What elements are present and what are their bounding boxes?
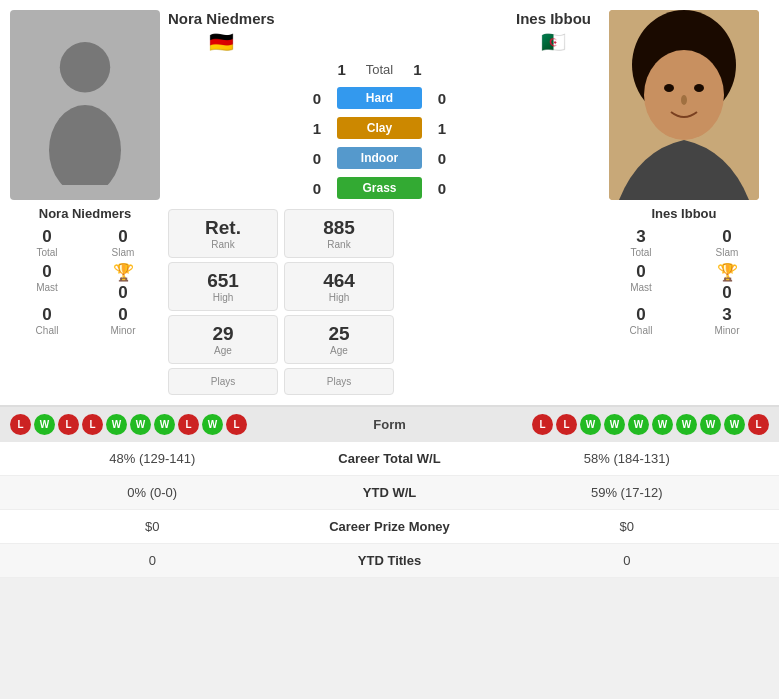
stats-rows: 48% (129-141)Career Total W/L58% (184-13… bbox=[0, 442, 779, 578]
left-form-badge: L bbox=[178, 414, 199, 435]
left-player-photo bbox=[10, 10, 160, 200]
data-row-center: YTD Titles bbox=[290, 553, 490, 568]
left-player-face bbox=[10, 10, 160, 200]
left-flag: 🇩🇪 bbox=[209, 30, 234, 54]
left-trophy-icon: 🏆 bbox=[113, 262, 134, 283]
left-player-silhouette bbox=[40, 25, 130, 185]
right-main-trophy: 🏆 0 bbox=[685, 262, 769, 303]
right-total-value: 3 bbox=[636, 227, 645, 247]
left-mast-label: Mast bbox=[36, 282, 58, 293]
left-player-name: Nora Niedmers bbox=[10, 206, 160, 221]
data-row-left: 0 bbox=[15, 553, 290, 568]
left-slam-value: 0 bbox=[118, 227, 127, 247]
indoor-left-score: 0 bbox=[307, 150, 327, 167]
right-age-value: 25 bbox=[297, 323, 381, 345]
right-form-badge: W bbox=[628, 414, 649, 435]
right-form-badge: W bbox=[652, 414, 673, 435]
hard-left-score: 0 bbox=[307, 90, 327, 107]
main-container: Nora Niedmers 0 Total 0 Slam 0 Mast 🏆 0 bbox=[0, 0, 779, 578]
left-player-name-center: Nora Niedmers bbox=[168, 10, 275, 27]
clay-right-score: 1 bbox=[432, 120, 452, 137]
right-form-badge: W bbox=[604, 414, 625, 435]
total-right-score: 1 bbox=[413, 61, 421, 78]
right-age-label: Age bbox=[297, 345, 381, 356]
right-total-stat: 3 Total bbox=[599, 227, 683, 258]
right-player-face bbox=[609, 10, 759, 200]
right-minor-value: 3 bbox=[722, 305, 731, 325]
form-row: LWLLWWWLWL Form LLWWWWWWWL bbox=[0, 407, 779, 442]
data-row: $0Career Prize Money$0 bbox=[0, 510, 779, 544]
left-minor-label: Minor bbox=[110, 325, 135, 336]
right-flag: 🇩🇿 bbox=[541, 30, 566, 54]
indoor-row: 0 Indoor 0 bbox=[307, 147, 452, 169]
left-mast-value: 0 bbox=[42, 262, 51, 282]
data-row-left: 0% (0-0) bbox=[15, 485, 290, 500]
left-name-flag: Nora Niedmers 🇩🇪 bbox=[168, 10, 275, 54]
total-left-score: 1 bbox=[337, 61, 345, 78]
left-minor-stat: 0 Minor bbox=[86, 305, 160, 336]
right-player-name: Ines Ibbou bbox=[599, 206, 769, 221]
data-row: 48% (129-141)Career Total W/L58% (184-13… bbox=[0, 442, 779, 476]
left-form-badge: W bbox=[202, 414, 223, 435]
right-inner-stats: 885 Rank 464 High 25 Age Plays bbox=[284, 209, 394, 395]
right-player-stats: 3 Total 0 Slam 0 Mast 🏆 0 bbox=[599, 227, 769, 303]
right-form-badge: W bbox=[724, 414, 745, 435]
player-comparison: Nora Niedmers 0 Total 0 Slam 0 Mast 🏆 0 bbox=[0, 0, 779, 405]
svg-point-6 bbox=[694, 84, 704, 92]
right-form-badge: W bbox=[700, 414, 721, 435]
left-form-badge: L bbox=[10, 414, 31, 435]
data-row-right: 0 bbox=[490, 553, 765, 568]
grass-row: 0 Grass 0 bbox=[307, 177, 452, 199]
left-minor-value: 0 bbox=[118, 305, 127, 325]
right-player-photo-svg bbox=[609, 10, 759, 200]
right-player-photo bbox=[609, 10, 759, 200]
right-rank-value: 885 bbox=[297, 217, 381, 239]
left-total-label: Total bbox=[36, 247, 57, 258]
hard-button[interactable]: Hard bbox=[337, 87, 422, 109]
right-slam-label: Slam bbox=[716, 247, 739, 258]
clay-left-score: 1 bbox=[307, 120, 327, 137]
left-ret-box: Ret. Rank bbox=[168, 209, 278, 258]
indoor-button[interactable]: Indoor bbox=[337, 147, 422, 169]
right-main-value: 0 bbox=[722, 283, 731, 303]
hard-right-score: 0 bbox=[432, 90, 452, 107]
grass-button[interactable]: Grass bbox=[337, 177, 422, 199]
center-column: Nora Niedmers 🇩🇪 Ines Ibbou 🇩🇿 1 Total 1… bbox=[168, 10, 591, 395]
right-player-name-center: Ines Ibbou bbox=[516, 10, 591, 27]
clay-button[interactable]: Clay bbox=[337, 117, 422, 139]
right-plays-box: Plays bbox=[284, 368, 394, 395]
form-left-badges: LWLLWWWLWL bbox=[10, 414, 324, 435]
right-player-photo-wrapper: Ines Ibbou 3 Total 0 Slam 0 Mast 🏆 0 bbox=[599, 10, 769, 395]
right-high-value: 464 bbox=[297, 270, 381, 292]
right-form-badge: L bbox=[556, 414, 577, 435]
left-high-value: 651 bbox=[181, 270, 265, 292]
left-high-label: High bbox=[181, 292, 265, 303]
left-plays-label: Plays bbox=[181, 376, 265, 387]
right-minor-stat: 3 Minor bbox=[685, 305, 769, 336]
left-age-label: Age bbox=[181, 345, 265, 356]
right-chall-label: Chall bbox=[630, 325, 653, 336]
data-row-right: 58% (184-131) bbox=[490, 451, 765, 466]
data-row-right: $0 bbox=[490, 519, 765, 534]
right-form-badge: W bbox=[580, 414, 601, 435]
data-row-left: $0 bbox=[15, 519, 290, 534]
clay-row: 1 Clay 1 bbox=[307, 117, 452, 139]
data-row-right: 59% (17-12) bbox=[490, 485, 765, 500]
right-slam-value: 0 bbox=[722, 227, 731, 247]
svg-point-1 bbox=[49, 105, 121, 185]
left-chall-value: 0 bbox=[42, 305, 51, 325]
total-label: Total bbox=[366, 62, 393, 77]
right-name-flag: Ines Ibbou 🇩🇿 bbox=[516, 10, 591, 54]
left-age-box: 29 Age bbox=[168, 315, 278, 364]
right-age-box: 25 Age bbox=[284, 315, 394, 364]
grass-left-score: 0 bbox=[307, 180, 327, 197]
left-slam-label: Slam bbox=[112, 247, 135, 258]
right-rank-label: Rank bbox=[297, 239, 381, 250]
right-minor-label: Minor bbox=[714, 325, 739, 336]
left-form-badge: L bbox=[226, 414, 247, 435]
grass-right-score: 0 bbox=[432, 180, 452, 197]
form-label: Form bbox=[330, 417, 450, 432]
left-main-value: 0 bbox=[118, 283, 127, 303]
data-row-left: 48% (129-141) bbox=[15, 451, 290, 466]
left-mast-stat: 0 Mast bbox=[10, 262, 84, 303]
